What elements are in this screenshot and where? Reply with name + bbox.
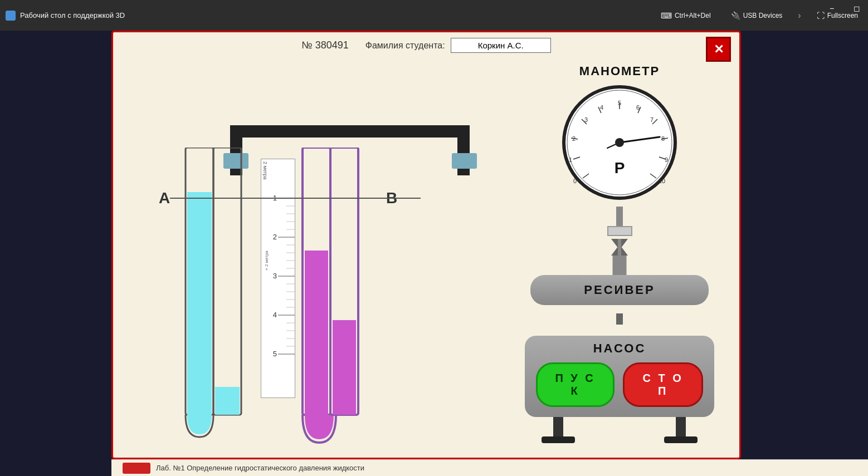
level-line — [170, 198, 421, 199]
left-tube-svg — [177, 148, 255, 448]
svg-rect-41 — [333, 320, 356, 415]
right-section: МАНОМЕТР 0 1 2 3 4 5 — [511, 58, 728, 439]
app-title-text: Рабочий стол с поддержкой 3D — [20, 11, 125, 19]
svg-text:4: 4 — [273, 311, 277, 319]
pump-box: НАСОС П У С К С Т О П — [525, 336, 714, 417]
gauge-svg: 0 1 2 3 4 5 6 7 8 9 10 — [558, 84, 681, 207]
pump-base-right — [664, 436, 698, 443]
svg-text:1: 1 — [569, 156, 572, 163]
receiver-box: РЕСИВЕР — [530, 275, 709, 305]
restore-button[interactable]: ◻ — [846, 0, 868, 17]
svg-text:× 2 метра: × 2 метра — [264, 251, 269, 271]
gauge-pipe — [616, 207, 623, 226]
middle-tube-svg — [297, 148, 375, 459]
svg-rect-4 — [452, 153, 477, 169]
student-label: Фамилия студента: — [365, 41, 445, 51]
pump-section: НАСОС П У С К С Т О П — [511, 313, 728, 443]
minimize-button[interactable]: − — [821, 0, 843, 17]
app-header: № 380491 Фамилия студента: ✕ — [113, 32, 739, 58]
pump-legs — [511, 417, 728, 443]
window-controls: − ◻ — [821, 0, 868, 17]
receiver-label: РЕСИВЕР — [584, 283, 655, 297]
usb-devices-button[interactable]: 🔌 USB Devices — [726, 9, 787, 22]
stop-button[interactable]: С Т О П — [623, 362, 703, 407]
svg-point-57 — [615, 138, 624, 147]
valve-svg — [606, 236, 633, 258]
student-info: Фамилия студента: — [365, 38, 551, 53]
app-icon — [6, 11, 16, 21]
svg-text:4: 4 — [600, 104, 603, 111]
taskbar: Рабочий стол с поддержкой 3D − ◻ ⌨ Ctrl+… — [0, 0, 868, 31]
pump-title: НАСОС — [536, 341, 703, 356]
svg-text:7: 7 — [650, 116, 654, 123]
svg-text:10: 10 — [659, 178, 665, 184]
student-name-input[interactable] — [451, 38, 551, 53]
pump-buttons: П У С К С Т О П — [536, 362, 703, 407]
close-icon: ✕ — [714, 43, 724, 56]
svg-text:P: P — [615, 159, 625, 176]
svg-rect-9 — [187, 292, 212, 415]
svg-text:3: 3 — [273, 272, 277, 280]
pump-pipe — [616, 313, 623, 325]
pump-leg-left — [553, 417, 563, 436]
ruler: × 2 метра 1 2 — [261, 159, 295, 398]
pump-leg-right — [676, 417, 686, 436]
bottom-bar: Лаб. №1 Определение гидростатического да… — [111, 459, 868, 476]
bottom-text: Лаб. №1 Определение гидростатического да… — [156, 464, 364, 472]
svg-text:× 2 метра: × 2 метра — [262, 159, 268, 180]
svg-rect-8 — [215, 387, 240, 415]
svg-text:9: 9 — [665, 156, 668, 163]
ctrl-alt-del-button[interactable]: ⌨ Ctrl+Alt+Del — [656, 9, 715, 22]
chevron-icon: › — [798, 11, 801, 21]
label-a: А — [159, 189, 170, 207]
ruler-svg: × 2 метра 1 2 — [261, 159, 295, 398]
svg-text:5: 5 — [273, 350, 277, 358]
svg-rect-72 — [618, 239, 621, 256]
svg-rect-0 — [230, 125, 470, 138]
start-button[interactable]: П У С К — [536, 362, 615, 407]
svg-text:0: 0 — [573, 178, 577, 184]
lab-number: № 380491 — [301, 40, 348, 51]
svg-text:2: 2 — [273, 233, 277, 241]
content-area: × 2 метра 1 2 — [113, 58, 739, 439]
gauge-mount — [607, 226, 632, 236]
pump-base-left — [542, 436, 575, 443]
tubes-section: × 2 метра 1 2 — [124, 58, 511, 437]
svg-rect-39 — [305, 251, 328, 415]
app-window: № 380491 Фамилия студента: ✕ — [111, 31, 741, 459]
svg-rect-7 — [213, 148, 241, 415]
bottom-logo — [123, 463, 150, 474]
svg-rect-6 — [187, 192, 212, 292]
taskbar-title: Рабочий стол с поддержкой 3D — [6, 11, 125, 21]
manometer-title: МАНОМЕТР — [511, 64, 728, 78]
